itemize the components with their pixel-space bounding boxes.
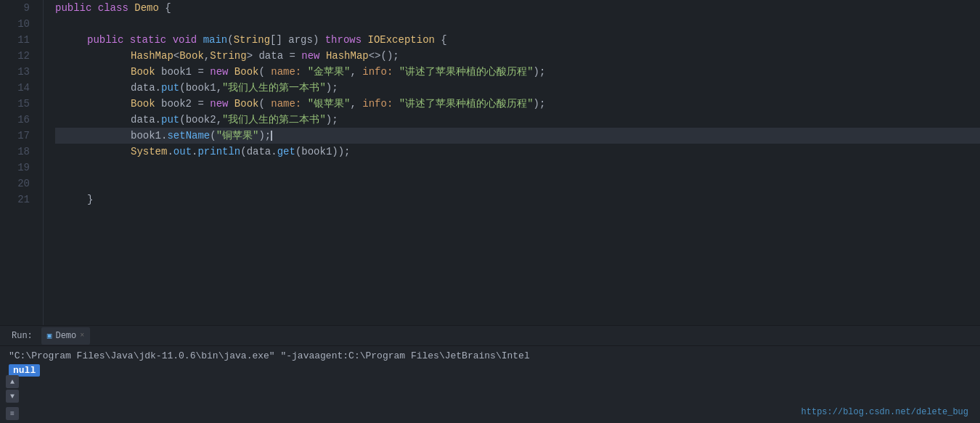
code-line-11: public static void main(String[] args) t… (55, 32, 980, 48)
code-line-17: book1.setName("铜苹果"); (55, 128, 980, 144)
code-line-9: public class Demo { (55, 0, 980, 16)
bottom-content: ▲ ▼ ≡ "C:\Program Files\Java\jdk-11.0.6\… (0, 346, 980, 423)
bottom-panel: Run: ▣ Demo × ▲ ▼ ≡ "C:\Program Files\Ja… (0, 325, 980, 423)
code-line-15: Book book2 = new Book( name: "银苹果", info… (55, 96, 980, 112)
bottom-tab-demo[interactable]: ▣ Demo × (41, 327, 90, 345)
scroll-down-btn[interactable]: ▼ (6, 390, 19, 403)
line-num-18: 18 (0, 144, 36, 160)
code-line-16: data.put(book2,"我们人生的第二本书"); (55, 112, 980, 128)
csdn-link[interactable]: https://blog.csdn.net/delete_bug (801, 407, 968, 417)
code-line-20 (55, 176, 980, 192)
scroll-up-btn[interactable]: ▲ (6, 375, 19, 388)
line-num-10: 10 (0, 16, 36, 32)
line-num-15: 15 (0, 96, 36, 112)
line-num-16: 16 (0, 112, 36, 128)
line-num-20: 20 (0, 176, 36, 192)
code-line-14: data.put(book1,"我们人生的第一本书"); (55, 80, 980, 96)
run-command-line: "C:\Program Files\Java\jdk-11.0.6\bin\ja… (0, 349, 980, 363)
line-num-21: 21 (0, 192, 36, 208)
code-line-13: Book book1 = new Book( name: "金苹果", info… (55, 64, 980, 80)
code-line-10 (55, 16, 980, 32)
code-content[interactable]: public class Demo { public static void m… (44, 0, 980, 325)
bottom-tabs: Run: ▣ Demo × (0, 326, 980, 346)
code-line-12: HashMap<Book,String> data = new HashMap<… (55, 48, 980, 64)
code-container: ▶ 9 10 ▶ ⬡ 11 12 13 14 15 (0, 0, 980, 325)
line-num-11: ▶ ⬡ 11 (0, 32, 36, 48)
line-num-9: ▶ 9 (0, 0, 36, 16)
run-label: Run: (6, 331, 38, 341)
line-num-14: 14 (0, 80, 36, 96)
line-num-12: 12 (0, 48, 36, 64)
tab-close-demo[interactable]: × (80, 332, 84, 340)
line-num-17: 17 (0, 128, 36, 144)
editor-area: ▶ 9 10 ▶ ⬡ 11 12 13 14 15 (0, 0, 980, 325)
code-line-21: } (55, 192, 980, 208)
code-line-19 (55, 160, 980, 176)
line-num-13: 13 (0, 64, 36, 80)
line-numbers: ▶ 9 10 ▶ ⬡ 11 12 13 14 15 (0, 0, 44, 325)
bottom-controls: ▲ ▼ ≡ (6, 375, 19, 420)
text-cursor (271, 131, 272, 141)
wrap-btn[interactable]: ≡ (6, 407, 19, 420)
tab-icon-demo: ▣ (47, 331, 52, 340)
output-line: null (0, 363, 980, 378)
line-num-19: 19 (0, 160, 36, 176)
code-line-18: System.out.println(data.get(book1)); (55, 144, 980, 160)
tab-name-demo: Demo (55, 331, 76, 341)
